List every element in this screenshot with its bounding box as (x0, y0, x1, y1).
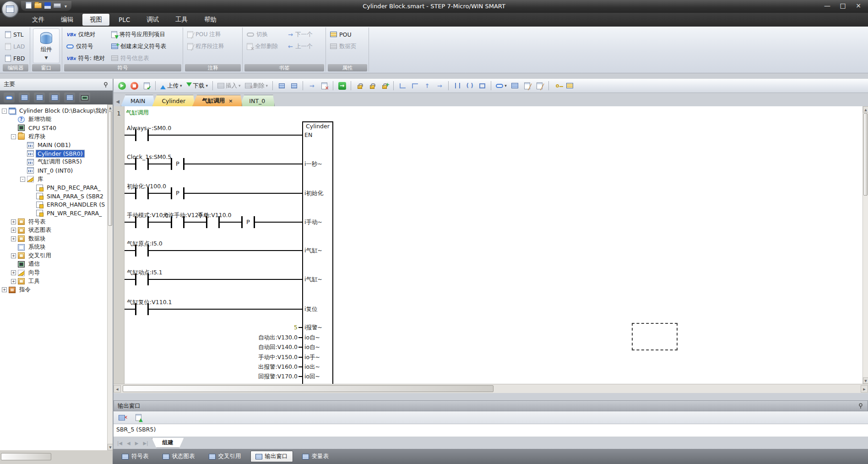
operand-label[interactable]: 自动回:V140.0 (183, 344, 298, 351)
tree-item[interactable]: -库 (0, 175, 107, 184)
tree-item[interactable]: 通信 (0, 260, 107, 269)
application-orb-button[interactable] (1, 0, 19, 18)
tree-item[interactable]: -程序块 (0, 132, 107, 141)
component-button[interactable]: 组件▼ (33, 28, 60, 63)
network-title[interactable]: 气缸调用 (126, 109, 149, 117)
ribbon-button[interactable]: +创建未定义符号表 (109, 41, 168, 52)
ribbon-button[interactable]: ▼将符号应用到项目 (109, 29, 168, 40)
tree-item[interactable]: 新增功能 (0, 115, 107, 124)
line-up-button[interactable]: ↑ (422, 80, 433, 91)
export-output-icon[interactable]: ▲ (133, 412, 144, 423)
tree-vertical-scrollbar[interactable]: ▲ ▼ (107, 104, 113, 450)
data-table-button[interactable] (34, 93, 45, 103)
tree-item[interactable]: +符号表 (0, 218, 107, 226)
expand-icon[interactable]: + (11, 228, 16, 233)
branch-merge-button[interactable] (409, 80, 420, 91)
expand-icon[interactable]: + (11, 253, 16, 258)
scroll-left-button[interactable]: ◀ (114, 385, 121, 393)
ribbon-button[interactable]: POU (328, 29, 354, 40)
scroll-down-button[interactable]: ▼ (863, 377, 868, 384)
minimize-button[interactable]: — (819, 0, 835, 11)
expand-icon[interactable]: + (11, 279, 16, 284)
tree-item[interactable]: 系统块 (0, 243, 107, 252)
tree-scroll-thumb[interactable] (108, 111, 112, 226)
close-tab-icon[interactable]: × (228, 98, 233, 104)
tab-Cylinder[interactable]: Cylinder (152, 95, 195, 106)
tree-item[interactable]: INT_0 (INT0) (0, 166, 107, 175)
panel-button-变量表[interactable]: 变量表 (298, 451, 334, 462)
first-page-button[interactable]: |◀ (116, 441, 123, 446)
pin-icon[interactable] (857, 403, 864, 409)
expand-icon[interactable]: + (11, 219, 16, 224)
open-file-button[interactable] (34, 3, 42, 10)
menu-PLC[interactable]: PLC (111, 14, 137, 25)
ribbon-button[interactable]: FBD (3, 53, 27, 64)
tree-item[interactable]: PN_RD_REC_PARA_ (0, 183, 107, 192)
tree-item[interactable]: Cylinder (SBR0) (0, 149, 107, 158)
operand-label[interactable]: 自动出:V130.0 (183, 334, 298, 342)
operand-label[interactable]: 气缸原点:I5.0 (127, 240, 163, 248)
status-grid-button[interactable] (19, 93, 30, 103)
tree-item[interactable]: MAIN (OB1) (0, 141, 107, 149)
chevron-down-icon[interactable]: ▾ (505, 83, 507, 88)
horizontal-splitter[interactable] (114, 393, 868, 400)
compile-button[interactable]: ✔ (141, 80, 152, 91)
box-button[interactable] (477, 80, 488, 91)
operand-label[interactable]: 气缸动点:I5.1 (127, 269, 163, 277)
chevron-down-icon[interactable]: ▾ (180, 83, 182, 88)
maximize-button[interactable]: □ (835, 0, 851, 11)
coil-button[interactable]: ( ) (464, 80, 475, 91)
menu-帮助[interactable]: 帮助 (197, 14, 224, 26)
chevron-down-icon[interactable]: ▾ (239, 83, 241, 88)
lock-button[interactable] (354, 80, 365, 91)
tab-气缸调用[interactable]: 气缸调用× (192, 95, 242, 106)
panel-button-状态图表[interactable]: 状态图表 (158, 451, 200, 462)
ribbon-button[interactable]: VBx符号: 绝对 (64, 53, 107, 64)
ladder-editor[interactable]: 1 气缸调用 Cylinder Always~:SM0.0ENPClock_1s… (114, 106, 863, 384)
new-file-button[interactable] (26, 2, 32, 10)
tree-hscroll-thumb[interactable] (1, 453, 51, 460)
tab-INT_0[interactable]: INT_0 (239, 95, 275, 106)
next-page-button[interactable]: ▶ (134, 441, 140, 446)
panel-button-输出窗口[interactable]: 输出窗口 (250, 451, 293, 462)
tree-item[interactable]: -Cylinder Block (D:\Backup\我的文 (0, 107, 107, 115)
tree-item[interactable]: +数据块 (0, 235, 107, 243)
collapse-icon[interactable]: - (11, 134, 16, 139)
last-page-button[interactable]: ▶| (142, 441, 149, 446)
tree-item[interactable]: +交叉引用 (0, 251, 107, 260)
tree-item[interactable]: CPU ST40 (0, 124, 107, 132)
symbol-info-button[interactable] (49, 93, 60, 103)
scroll-right-button[interactable]: ▶ (861, 385, 868, 393)
toggle-addressing-button[interactable]: ▾ (494, 80, 508, 91)
print-button[interactable] (54, 3, 61, 9)
forward-button[interactable]: → (306, 80, 317, 91)
operand-label[interactable]: 出报警:V160.0 (183, 363, 298, 371)
operand-label[interactable]: Clock_1s:SM0.5 (127, 153, 172, 160)
tree-item[interactable]: +工具 (0, 277, 107, 286)
tab-scroll-left-button[interactable]: ◀ (114, 96, 121, 106)
pou-comment-button[interactable]: ╱ (522, 80, 533, 91)
chevron-down-icon[interactable]: ▾ (266, 83, 268, 88)
key-button[interactable] (552, 80, 563, 91)
branch-down-button[interactable] (397, 80, 408, 91)
customize-quick-access-icon[interactable]: ▾ (65, 4, 67, 9)
tree-item[interactable]: +状态图表 (0, 226, 107, 235)
network-comment-button[interactable]: ╱ (534, 80, 545, 91)
select-next-button[interactable] (288, 80, 299, 91)
communication-button[interactable] (79, 93, 90, 103)
constant-operand[interactable]: 5 (183, 324, 298, 331)
close-button[interactable]: × (851, 0, 866, 11)
chevron-down-icon[interactable]: ▾ (206, 83, 208, 88)
operand-label[interactable]: 手动中:V150.0 (183, 354, 298, 361)
ribbon-button[interactable]: 仅符号 (64, 41, 96, 52)
menu-视图[interactable]: 视图 (82, 14, 109, 26)
line-right-button[interactable]: → (434, 80, 445, 91)
clear-all-button[interactable]: ✕ (319, 80, 330, 91)
menu-调试[interactable]: 调试 (139, 14, 166, 26)
ribbon-button[interactable]: VBx仅绝对 (64, 29, 98, 40)
stop-button[interactable] (129, 80, 140, 91)
menu-编辑[interactable]: 编辑 (54, 14, 81, 26)
editor-horizontal-scrollbar[interactable]: ◀ ▶ (114, 384, 868, 393)
operand-label[interactable]: Always~:SM0.0 (127, 125, 171, 131)
positive-edge-contact[interactable]: P (241, 216, 255, 228)
